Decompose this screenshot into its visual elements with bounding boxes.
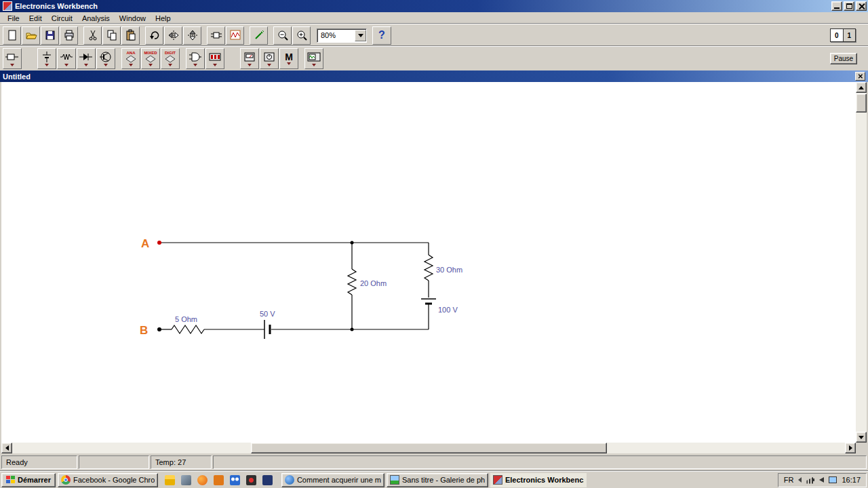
favorites-bin-button[interactable] xyxy=(3,48,22,69)
battery-v1-value-label[interactable]: 50 V xyxy=(260,310,275,318)
arrow-left-icon xyxy=(5,445,9,451)
status-ready: Ready xyxy=(1,455,77,469)
save-button[interactable] xyxy=(41,26,59,45)
controls-bin-button[interactable] xyxy=(260,48,279,69)
taskbar-task-gallery[interactable]: Sans titre - Galerie de ph... xyxy=(387,473,488,487)
graph-icon xyxy=(229,29,241,41)
transistors-bin-button[interactable] xyxy=(96,48,115,69)
diode-icon xyxy=(79,51,93,63)
node-b-label[interactable]: B xyxy=(140,324,148,337)
scroll-left-button[interactable] xyxy=(1,443,12,453)
analog-ics-bin-button[interactable]: ANA xyxy=(121,48,140,69)
instruments-bin-button[interactable] xyxy=(304,48,323,69)
resistor-r1-value-label[interactable]: 5 Ohm xyxy=(175,315,197,323)
mixed-ics-bin-button[interactable]: MIXED xyxy=(141,48,160,69)
menu-help[interactable]: Help xyxy=(151,14,176,23)
taskbar-task-help-doc[interactable]: Comment acquerir une m... xyxy=(281,473,384,487)
chevron-down-icon xyxy=(64,64,68,66)
document-close-button[interactable] xyxy=(855,72,865,81)
task-label: Comment acquerir une m... xyxy=(297,476,381,484)
digital-bin-button[interactable] xyxy=(205,48,224,69)
menu-circuit[interactable]: Circuit xyxy=(47,14,77,23)
activate-simulation-switch[interactable]: 0 1 xyxy=(830,28,856,42)
digital-ics-bin-button[interactable]: DIGIT xyxy=(161,48,180,69)
tray-chevron-icon[interactable] xyxy=(798,477,802,483)
circuit-canvas[interactable]: A B 20 Ohm 30 Ohm xyxy=(1,82,856,443)
player-icon[interactable] xyxy=(246,475,256,485)
vertical-scrollbar[interactable] xyxy=(856,82,867,443)
indicators-bin-button[interactable] xyxy=(240,48,259,69)
close-button[interactable] xyxy=(856,1,867,11)
zoom-in-button[interactable] xyxy=(292,26,311,45)
chevron-down-icon xyxy=(312,64,316,66)
miscellaneous-bin-button[interactable]: M xyxy=(279,48,298,69)
task-label: Electronics Workbenc... xyxy=(505,476,584,484)
new-button[interactable] xyxy=(3,26,21,45)
menu-window[interactable]: Window xyxy=(115,14,151,23)
battery-v1-50v[interactable] xyxy=(264,320,270,339)
taskbar-task-chrome[interactable]: Facebook - Google Chrome xyxy=(58,473,158,487)
battery-v2-100v[interactable] xyxy=(421,299,436,329)
language-indicator[interactable]: FR xyxy=(784,476,794,484)
resistor-r3-30ohm[interactable] xyxy=(425,243,433,298)
menu-file[interactable]: File xyxy=(3,14,24,23)
basic-bin-button[interactable] xyxy=(57,48,76,69)
resistor-r2-20ohm[interactable] xyxy=(348,243,356,329)
firefox-icon[interactable] xyxy=(197,475,208,485)
resistor-r3-value-label[interactable]: 30 Ohm xyxy=(436,266,462,274)
horizontal-scrollbar[interactable] xyxy=(1,443,856,453)
print-button[interactable] xyxy=(60,26,78,45)
computer-icon[interactable] xyxy=(181,475,191,485)
open-button[interactable] xyxy=(22,26,40,45)
flip-vertical-button[interactable] xyxy=(183,26,201,45)
node-b-terminal[interactable] xyxy=(157,327,161,331)
resistor-r1-5ohm[interactable] xyxy=(172,325,204,333)
diodes-bin-button[interactable] xyxy=(77,48,96,69)
volume-icon[interactable] xyxy=(819,477,824,483)
node-a-terminal[interactable] xyxy=(157,241,161,245)
zoom-level-select[interactable]: 80% xyxy=(317,28,367,43)
paste-button[interactable] xyxy=(121,26,140,45)
sources-bin-button[interactable] xyxy=(37,48,56,69)
new-document-icon xyxy=(6,29,18,41)
users-icon[interactable] xyxy=(230,475,240,485)
copy-button[interactable] xyxy=(102,26,121,45)
taskbar-task-workbench[interactable]: Electronics Workbenc... xyxy=(490,473,587,487)
folder-icon[interactable] xyxy=(165,475,175,485)
app-shortcut-icon[interactable] xyxy=(262,475,273,485)
zoom-dropdown-button[interactable] xyxy=(355,30,366,41)
maximize-icon xyxy=(846,3,852,9)
display-graphs-button[interactable] xyxy=(226,26,244,45)
minimize-button[interactable] xyxy=(831,1,842,11)
menu-edit[interactable]: Edit xyxy=(24,14,47,23)
menu-analysis[interactable]: Analysis xyxy=(77,14,115,23)
display-icon[interactable] xyxy=(829,476,837,483)
cut-button[interactable] xyxy=(83,26,102,45)
battery-v2-value-label[interactable]: 100 V xyxy=(438,306,458,314)
clock[interactable]: 16:17 xyxy=(842,476,861,484)
media-player-icon[interactable] xyxy=(214,475,224,485)
help-button[interactable]: ? xyxy=(372,26,391,45)
chip-diamond-icon xyxy=(146,56,155,63)
rotate-button[interactable] xyxy=(145,26,163,45)
scroll-up-button[interactable] xyxy=(856,82,867,93)
wand-icon xyxy=(253,29,265,41)
scroll-down-button[interactable] xyxy=(856,432,867,443)
flip-horizontal-button[interactable] xyxy=(164,26,182,45)
chevron-down-icon xyxy=(104,64,108,66)
start-button[interactable]: Démarrer xyxy=(1,473,56,487)
maximize-button[interactable] xyxy=(844,1,854,11)
resistor-r2-value-label[interactable]: 20 Ohm xyxy=(360,279,387,287)
scissors-icon xyxy=(87,29,99,41)
horizontal-scroll-thumb[interactable] xyxy=(251,443,607,453)
zoom-out-button[interactable] xyxy=(273,26,292,45)
battery-source-icon xyxy=(40,51,54,63)
scroll-right-button[interactable] xyxy=(845,443,856,453)
vertical-scroll-thumb[interactable] xyxy=(856,94,867,113)
logic-gates-bin-button[interactable] xyxy=(186,48,205,69)
node-a-label[interactable]: A xyxy=(141,237,149,250)
component-properties-button[interactable] xyxy=(250,26,268,45)
create-subcircuit-button[interactable] xyxy=(207,26,225,45)
pause-button[interactable]: Pause xyxy=(830,53,857,64)
open-folder-icon xyxy=(25,29,37,41)
